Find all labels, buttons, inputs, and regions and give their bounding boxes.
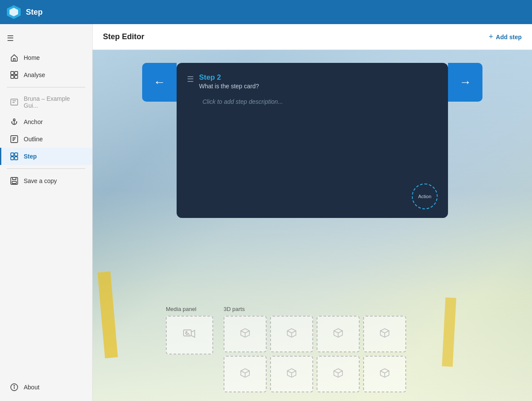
step-card: ☰ Step 2 What is the step card? Click to… xyxy=(177,63,448,218)
bg-detail-1 xyxy=(97,271,118,358)
svg-rect-10 xyxy=(15,157,18,160)
part-cell-6[interactable] xyxy=(270,356,313,392)
svg-point-16 xyxy=(186,332,187,333)
step-card-header: ☰ Step 2 What is the step card? xyxy=(177,63,448,95)
step-card-wrapper: ← ☰ Step 2 What is the step card? Click … xyxy=(177,63,448,218)
svg-rect-3 xyxy=(15,75,18,78)
part-icon-1 xyxy=(240,327,251,341)
sidebar-item-save-copy[interactable]: Save a copy xyxy=(0,172,92,190)
svg-rect-15 xyxy=(184,330,191,336)
part-icon-3 xyxy=(333,327,344,341)
sidebar-item-analyse-label: Analyse xyxy=(24,71,45,78)
svg-rect-8 xyxy=(15,153,18,156)
part-cell-7[interactable] xyxy=(317,356,360,392)
editor-title: Step Editor xyxy=(103,32,144,41)
left-arrow-icon: ← xyxy=(153,75,165,89)
sidebar-item-about[interactable]: About xyxy=(0,379,92,396)
anchor-icon xyxy=(10,118,19,126)
sidebar-item-project-label: Bruna – Example Gui... xyxy=(24,95,84,109)
add-step-button[interactable]: + Add step xyxy=(489,32,522,41)
sidebar-item-anchor[interactable]: Anchor xyxy=(0,113,92,131)
sidebar-item-project: Bruna – Example Gui... xyxy=(0,91,92,113)
sidebar-item-outline-label: Outline xyxy=(24,136,43,143)
topbar: Step xyxy=(0,0,532,24)
main-layout: ☰ Home Analyse Bruna – Example Gui... xyxy=(0,24,532,401)
analyse-icon xyxy=(10,71,19,79)
part-icon-4 xyxy=(379,327,390,341)
part-icon-6 xyxy=(286,367,297,381)
sidebar-divider-2 xyxy=(7,168,85,169)
step-icon xyxy=(10,152,19,161)
svg-rect-2 xyxy=(11,75,14,78)
part-cell-2[interactable] xyxy=(270,316,313,352)
project-icon xyxy=(10,98,19,106)
part-icon-5 xyxy=(240,367,251,381)
sidebar-item-save-copy-label: Save a copy xyxy=(24,177,57,184)
media-icon xyxy=(183,328,196,342)
next-step-button[interactable]: → xyxy=(448,63,482,102)
svg-point-14 xyxy=(14,385,15,386)
media-panel-label: Media panel xyxy=(166,306,213,312)
save-icon xyxy=(10,177,19,185)
svg-rect-0 xyxy=(11,71,14,75)
sidebar: ☰ Home Analyse Bruna – Example Gui... xyxy=(0,24,93,401)
plus-icon: + xyxy=(489,32,494,41)
bottom-panels: Media panel xyxy=(166,306,459,392)
menu-toggle-button[interactable]: ☰ xyxy=(0,29,92,47)
part-cell-4[interactable] xyxy=(363,316,406,352)
part-icon-7 xyxy=(333,367,344,381)
action-button[interactable]: Action xyxy=(412,183,438,209)
sidebar-divider-1 xyxy=(7,87,85,87)
svg-rect-1 xyxy=(15,71,18,75)
info-icon xyxy=(10,383,19,392)
content-area: Step Editor + Add step ← xyxy=(93,24,532,401)
part-cell-3[interactable] xyxy=(317,316,360,352)
sidebar-item-anchor-label: Anchor xyxy=(24,118,43,125)
prev-step-button[interactable]: ← xyxy=(142,63,177,102)
svg-rect-4 xyxy=(11,99,18,105)
add-step-label: Add step xyxy=(496,34,522,40)
action-label: Action xyxy=(418,194,432,199)
sidebar-item-outline[interactable]: Outline xyxy=(0,131,92,148)
step-card-title: Step 2 xyxy=(199,73,438,82)
media-panel-box[interactable] xyxy=(166,316,213,354)
svg-rect-12 xyxy=(12,181,16,183)
step-card-description[interactable]: Click to add step description... xyxy=(177,95,448,140)
step-card-subtitle: What is the step card? xyxy=(199,83,438,90)
part-icon-2 xyxy=(286,327,297,341)
sidebar-item-step-label: Step xyxy=(24,153,37,160)
outline-icon xyxy=(10,135,19,143)
part-icon-8 xyxy=(379,367,390,381)
sidebar-item-home-label: Home xyxy=(24,54,40,61)
sidebar-item-about-label: About xyxy=(24,384,40,391)
app-title: Step xyxy=(26,8,43,17)
sidebar-item-home[interactable]: Home xyxy=(0,49,92,66)
app-logo xyxy=(7,5,21,19)
home-icon xyxy=(10,53,19,62)
background-scene: ← ☰ Step 2 What is the step card? Click … xyxy=(93,50,532,401)
right-arrow-icon: → xyxy=(459,75,471,89)
lines-icon: ☰ xyxy=(187,75,194,84)
step-card-title-area: Step 2 What is the step card? xyxy=(199,73,438,90)
sidebar-item-step[interactable]: Step xyxy=(0,148,92,165)
svg-rect-7 xyxy=(11,153,14,156)
editor-header: Step Editor + Add step xyxy=(93,24,532,50)
media-panel-section: Media panel xyxy=(166,306,213,392)
parts-section: 3D parts xyxy=(224,306,406,392)
canvas-area: ← ☰ Step 2 What is the step card? Click … xyxy=(93,50,532,401)
part-cell-1[interactable] xyxy=(224,316,267,352)
sidebar-item-analyse[interactable]: Analyse xyxy=(0,66,92,84)
parts-grid xyxy=(224,316,406,392)
part-cell-8[interactable] xyxy=(363,356,406,392)
part-cell-5[interactable] xyxy=(224,356,267,392)
parts-label: 3D parts xyxy=(224,306,406,312)
svg-rect-9 xyxy=(11,157,14,160)
